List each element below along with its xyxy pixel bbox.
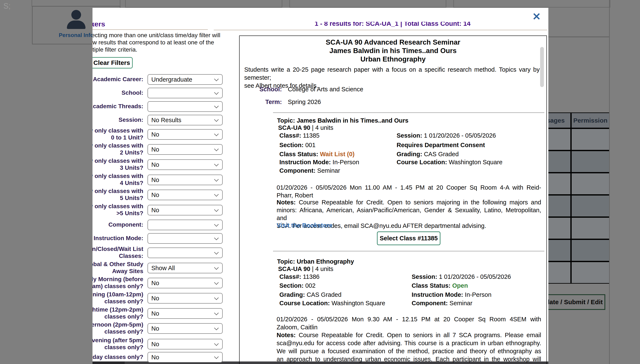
text-line: 01/20/2026 - 05/05/2026 Mon 11.00 AM - 1…: [277, 184, 541, 192]
background-top-strip-box-2: [289, 0, 446, 8]
filters-intro-text: Selecting more than one unit/class time/…: [93, 32, 220, 53]
class-topic: Topic: James Balwdin in his Times..and O…: [277, 117, 408, 124]
filter-select[interactable]: No: [147, 323, 223, 334]
chevron-down-icon: [214, 177, 219, 182]
course-title: SCA-UA 90 Advanced Research SeminarJames…: [240, 38, 546, 64]
table-row-cell: [571, 195, 610, 217]
filter-select-value: No: [151, 295, 159, 302]
filter-select[interactable]: No: [147, 144, 223, 155]
text-line: 01/20/2026 - 05/05/2026 Mon 9.30 AM - 12…: [277, 315, 541, 323]
chevron-down-icon: [214, 104, 219, 108]
text-line: James Balwdin in his Times..and Ours: [240, 46, 546, 55]
text-line: Pharr, Robert: [277, 192, 541, 199]
table-row-cell: [571, 173, 610, 195]
filter-select[interactable]: No: [147, 339, 223, 350]
chevron-down-icon: [214, 147, 219, 151]
chevron-down-icon: [214, 250, 219, 254]
filter-select[interactable]: [147, 233, 223, 244]
text-line: Notes: Course Repeatable for Credit. Ope…: [277, 198, 541, 206]
filter-select[interactable]: No: [147, 129, 223, 140]
class-topic: Topic: Urban Ethnography: [277, 258, 354, 265]
chevron-down-icon: [214, 296, 219, 300]
filter-label: Morning (10am-12pm)classes only?: [93, 291, 143, 305]
class-search-modal: ✕ Filters Selecting more than one unit/c…: [93, 8, 548, 364]
chevron-down-icon: [214, 162, 219, 166]
filter-select[interactable]: [147, 88, 223, 98]
filter-select[interactable]: No: [147, 293, 223, 304]
class-detail-row: Section: 002: [279, 282, 316, 289]
filter-label: Show only classes with0 to 1 Unit?: [93, 127, 143, 141]
class-detail-row: Grading: CAS Graded: [279, 291, 341, 298]
filter-select[interactable]: No: [147, 278, 223, 288]
filter-select-value: No: [151, 280, 159, 287]
filter-label: Show only classes with5 Units?: [93, 188, 143, 202]
filter-select[interactable]: [147, 101, 223, 112]
school-value: College of Arts and Science: [288, 86, 363, 93]
filter-select[interactable]: No: [147, 205, 223, 216]
chevron-down-icon: [214, 132, 219, 136]
filter-select[interactable]: No: [147, 190, 223, 200]
class-detail-row: Class Status: Wait List (0): [279, 150, 354, 158]
corner-text: S;: [4, 2, 11, 10]
filter-select[interactable]: No: [147, 174, 223, 185]
filter-select-value: No: [151, 131, 159, 138]
filters-heading: Filters: [93, 23, 122, 28]
filter-select-value: No: [151, 192, 159, 198]
filter-label: Session:: [93, 116, 143, 123]
select-class-button[interactable]: Select Class #11385: [377, 232, 441, 245]
chevron-down-icon: [214, 207, 219, 212]
chevron-down-icon: [214, 77, 219, 81]
filter-label: Monday classes only?: [93, 354, 143, 360]
chevron-down-icon: [214, 265, 219, 270]
filter-label: School:: [93, 89, 143, 96]
results-rule: [214, 30, 547, 30]
class-detail-row: Class#: 11386: [279, 273, 320, 280]
class-detail-row: Section: 001: [279, 142, 316, 148]
filter-select-value: No: [151, 176, 159, 184]
filter-select[interactable]: No: [147, 308, 223, 319]
filter-label: Show only classes with2 Units?: [93, 142, 143, 156]
class-detail-row: Grading: CAS Graded: [397, 150, 459, 158]
page-divider-line: [609, 0, 610, 364]
bookstore-link[interactable]: Visit the Bookstore: [277, 222, 332, 229]
chevron-down-icon: [214, 222, 219, 226]
chevron-down-icon: [214, 326, 219, 330]
filter-select[interactable]: No: [147, 160, 223, 170]
school-label: School:: [240, 86, 282, 93]
filter-label: Show only classes with3 Units?: [93, 157, 143, 171]
background-top-left-box: [32, 0, 120, 6]
page-root: S; Personal Info MessagesPermission Upda…: [0, 0, 640, 364]
close-icon[interactable]: ✕: [532, 12, 541, 22]
clear-filters-button[interactable]: Clear Filters: [93, 57, 133, 68]
class-meeting-text: 01/20/2026 - 05/05/2026 Mon 9.30 AM - 12…: [277, 315, 541, 331]
filter-select[interactable]: [147, 248, 223, 258]
filter-select[interactable]: No Results: [147, 115, 223, 125]
filter-select[interactable]: Show All: [147, 263, 223, 273]
text-line: Urban Ethnography: [240, 55, 546, 64]
class-detail-row: Component: Seminar: [279, 167, 340, 174]
filter-label: Early Morning (before10am) classes only?: [93, 276, 143, 290]
filter-label: Academic Threads:: [93, 103, 143, 110]
filter-select[interactable]: No: [147, 352, 223, 362]
table-row-cell: [571, 239, 610, 262]
filter-select-value: No: [151, 310, 159, 317]
filter-select-value: No: [151, 161, 159, 168]
text-line: minors: Africana, American, Asian/Pacifi…: [277, 206, 541, 222]
filter-select[interactable]: Undergraduate: [147, 74, 223, 85]
class-code: SCA-UA 90 | 4 units: [278, 265, 333, 272]
filter-select-value: No: [151, 325, 159, 332]
filter-select[interactable]: [147, 220, 223, 230]
text-line: multiple filter criteria.: [93, 46, 220, 53]
filter-select-value: Show All: [151, 265, 175, 272]
section-separator: [273, 112, 544, 113]
filter-label: Global & Other StudyAway Sites: [93, 261, 143, 274]
filter-select-value: No Results: [151, 117, 181, 124]
filter-label: Instruction Mode:: [93, 235, 143, 242]
results-scrollbar-thumb[interactable]: [540, 47, 544, 87]
filter-label: Open/Closed/Wait ListClasses:: [93, 246, 143, 259]
filter-select-value: No: [151, 341, 159, 348]
class-notes-text: Notes: Course Repeatable for Credit. Ope…: [277, 331, 541, 363]
filter-label: Academic Career:: [93, 76, 143, 83]
filters-rule: [93, 30, 208, 30]
filter-label: Show only classes with>5 Units?: [93, 203, 143, 217]
